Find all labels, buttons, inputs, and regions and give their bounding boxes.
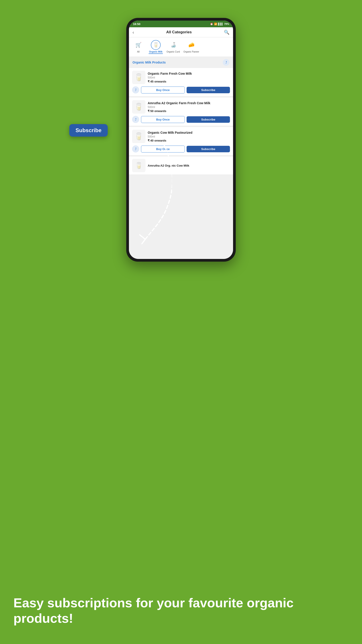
product-info-2: Amrutha A2 Organic Farm Fresh Cow Milk 5… bbox=[148, 101, 230, 113]
product-share-button-1[interactable]: ⤴ bbox=[132, 86, 139, 94]
product-size-2: 500ml bbox=[148, 106, 230, 109]
subscribe-button-3[interactable]: Subscribe bbox=[187, 146, 230, 152]
product-share-button-3[interactable]: ⤴ bbox=[132, 145, 139, 152]
product-info-3: Organic Cow Milk Pasteurized 500ml ₹ 40 … bbox=[148, 130, 230, 142]
battery-icon: 79% bbox=[224, 22, 229, 25]
tab-organic-paneer-label: Organic Paneer bbox=[183, 50, 199, 53]
product-info-1: Organic Farm Fresh Cow Milk 500ml ₹ 45 o… bbox=[148, 72, 230, 83]
product-name-1: Organic Farm Fresh Cow Milk bbox=[148, 72, 230, 76]
top-nav: ‹ All Categories 🔍 bbox=[129, 27, 233, 37]
tab-organic-curd[interactable]: 🍶 Organic Curd bbox=[165, 39, 181, 55]
wifi-icon: 📶 bbox=[214, 22, 217, 26]
product-card-3: 🥛 Organic Cow Milk Pasteurized 500ml ₹ 4… bbox=[129, 127, 233, 155]
active-tab-indicator bbox=[149, 54, 163, 54]
alarm-icon: ⏰ bbox=[210, 22, 213, 26]
section-title: Organic Milk Products bbox=[132, 60, 166, 64]
category-tabs: 🛒 All 🥛 Organic Milk 🍶 Organic Curd 🧀 Or… bbox=[129, 37, 233, 57]
partial-product-name: Amrutha A2 Organic Cow Milk bbox=[148, 164, 189, 167]
page-title: All Categories bbox=[166, 30, 192, 34]
tab-all[interactable]: 🛒 All bbox=[130, 39, 146, 55]
product-image-1: 🥛 bbox=[132, 71, 145, 84]
status-icons: ⏰ 📶 ▌▌▌ 79% bbox=[210, 22, 229, 26]
subscribe-tooltip: Subscribe bbox=[69, 124, 108, 137]
product-list: 🥛 Organic Farm Fresh Cow Milk 500ml ₹ 45… bbox=[129, 68, 233, 259]
buy-once-button-1[interactable]: Buy Once bbox=[141, 86, 185, 94]
partial-product-card: 🥛 Amrutha A2 Organic Cow Milk bbox=[129, 156, 233, 174]
phone-screen: 16:50 ⏰ 📶 ▌▌▌ 79% ‹ All Categories 🔍 🛒 A… bbox=[129, 20, 233, 259]
product-share-button-2[interactable]: ⤴ bbox=[132, 116, 139, 123]
product-card-1: 🥛 Organic Farm Fresh Cow Milk 500ml ₹ 45… bbox=[129, 68, 233, 96]
tab-organic-milk[interactable]: 🥛 Organic Milk bbox=[148, 39, 164, 55]
tab-all-label: All bbox=[137, 50, 139, 53]
search-button[interactable]: 🔍 bbox=[224, 30, 230, 35]
tab-organic-paneer[interactable]: 🧀 Organic Paneer bbox=[183, 39, 200, 55]
tab-organic-curd-label: Organic Curd bbox=[166, 50, 180, 53]
section-header: Organic Milk Products ⤴ bbox=[129, 57, 233, 68]
product-price-1: ₹ 45 onwards bbox=[148, 80, 230, 83]
product-name-3: Organic Cow Milk Pasteurized bbox=[148, 130, 230, 134]
partial-product-image: 🥛 bbox=[132, 159, 145, 172]
status-bar: 16:50 ⏰ 📶 ▌▌▌ 79% bbox=[129, 20, 233, 27]
product-actions-3: ⤴ Buy Once Subscribe bbox=[132, 145, 230, 152]
product-name-2: Amrutha A2 Organic Farm Fresh Cow Milk bbox=[148, 101, 230, 105]
product-actions-2: ⤴ Buy Once Subscribe bbox=[132, 116, 230, 123]
section-share-button[interactable]: ⤴ bbox=[223, 59, 230, 66]
product-size-3: 500ml bbox=[148, 135, 230, 138]
buy-once-button-3[interactable]: Buy Once bbox=[141, 146, 185, 152]
subscribe-button-1[interactable]: Subscribe bbox=[187, 87, 230, 93]
product-size-1: 500ml bbox=[148, 76, 230, 79]
tab-organic-milk-label: Organic Milk bbox=[149, 50, 162, 53]
back-button[interactable]: ‹ bbox=[132, 30, 134, 35]
product-image-2: 🥛 bbox=[132, 100, 145, 114]
status-time: 16:50 bbox=[133, 22, 140, 26]
product-price-3: ₹ 40 onwards bbox=[148, 139, 230, 142]
product-price-2: ₹ 50 onwards bbox=[148, 109, 230, 113]
product-card-2: 🥛 Amrutha A2 Organic Farm Fresh Cow Milk… bbox=[129, 98, 233, 126]
phone-frame: 16:50 ⏰ 📶 ▌▌▌ 79% ‹ All Categories 🔍 🛒 A… bbox=[126, 18, 236, 262]
subscribe-button-2[interactable]: Subscribe bbox=[187, 116, 230, 123]
buy-once-button-2[interactable]: Buy Once bbox=[141, 116, 185, 123]
product-actions-1: ⤴ Buy Once Subscribe bbox=[132, 86, 230, 94]
bottom-tagline: Easy subscriptions for your favourite or… bbox=[13, 595, 349, 626]
product-image-3: 🥛 bbox=[132, 130, 145, 143]
signal-icon: ▌▌▌ bbox=[218, 22, 223, 25]
